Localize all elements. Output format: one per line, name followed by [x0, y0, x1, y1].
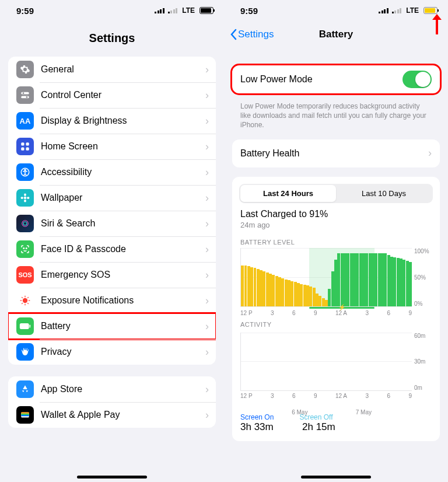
settings-row-emergency-sos[interactable]: SOS Emergency SOS ›: [8, 262, 216, 288]
svg-line-27: [27, 297, 29, 298]
settings-row-accessibility[interactable]: Accessibility ›: [8, 159, 216, 185]
row-label: Home Screen: [41, 141, 205, 152]
row-label: Emergency SOS: [41, 270, 205, 280]
svg-rect-1: [21, 96, 29, 99]
signal-bars-icon: [379, 8, 388, 13]
battery-icon: [16, 317, 34, 335]
svg-rect-6: [21, 148, 24, 151]
svg-rect-31: [21, 413, 29, 414]
chevron-right-icon: ›: [205, 295, 209, 307]
home-indicator[interactable]: [301, 476, 371, 478]
row-label: Siri & Search: [41, 218, 205, 229]
row-label: Privacy: [41, 347, 205, 357]
settings-group-1: General › Control Center › AA Display & …: [8, 57, 216, 365]
home-indicator[interactable]: [77, 476, 147, 478]
status-time: 9:59: [16, 6, 34, 16]
svg-rect-4: [21, 142, 24, 145]
svg-line-26: [22, 303, 23, 304]
switches-icon: [16, 86, 34, 104]
last-charged-title: Last Charged to 91%: [240, 209, 432, 219]
settings-row-exposure[interactable]: Exposure Notifications ›: [8, 288, 216, 313]
activity-chart: 60m 30m 0m 12 P36912 A369 6 May7 May: [240, 333, 432, 407]
row-label: App Store: [41, 384, 205, 394]
siri-icon: [16, 215, 34, 232]
sos-icon: SOS: [16, 266, 34, 284]
low-power-footer: Low Power Mode temporarily reduces backg…: [224, 99, 448, 139]
battery-health-row[interactable]: Battery Health ›: [232, 139, 440, 167]
back-label: Settings: [238, 29, 274, 40]
settings-row-siri[interactable]: Siri & Search ›: [8, 211, 216, 236]
row-label: Wallet & Apple Pay: [41, 410, 205, 420]
signal-bars-secondary-icon: [168, 8, 178, 13]
battery-status-icon: [424, 7, 438, 14]
tab-24h[interactable]: Last 24 Hours: [240, 185, 336, 202]
row-label: Exposure Notifications: [41, 295, 205, 306]
signal-bars-secondary-icon: [392, 8, 402, 13]
screen-on-value: 3h 33m: [240, 421, 279, 433]
low-power-mode-row[interactable]: Low Power Mode: [232, 65, 440, 93]
chevron-right-icon: ›: [205, 346, 209, 358]
tab-10d[interactable]: Last 10 Days: [336, 185, 432, 202]
accessibility-icon: [16, 163, 34, 181]
chevron-right-icon: ›: [205, 409, 209, 421]
chevron-right-icon: ›: [205, 115, 209, 127]
chevron-right-icon: ›: [205, 89, 209, 102]
svg-point-19: [23, 298, 27, 303]
svg-point-12: [24, 200, 26, 202]
settings-row-wallet[interactable]: Wallet & Apple Pay ›: [8, 402, 216, 428]
settings-row-face-id[interactable]: Face ID & Passcode ›: [8, 236, 216, 262]
svg-point-9: [24, 169, 26, 170]
section-battery-level: BATTERY LEVEL: [232, 234, 440, 248]
chevron-right-icon: ›: [428, 147, 432, 159]
signal-bars-icon: [155, 8, 164, 13]
chevron-right-icon: ›: [205, 269, 209, 281]
battery-level-chart: ⚡ 100% 50% 0% 12 P36912 A369: [240, 248, 432, 315]
chevron-right-icon: ›: [205, 383, 209, 396]
svg-point-17: [23, 248, 24, 249]
svg-point-14: [27, 197, 30, 199]
flower-icon: [16, 189, 34, 207]
battery-health-label: Battery Health: [240, 148, 299, 159]
row-label: General: [41, 64, 205, 75]
row-label: Accessibility: [41, 167, 205, 177]
low-power-toggle[interactable]: [402, 71, 432, 88]
settings-row-app-store[interactable]: App Store ›: [8, 376, 216, 402]
battery-content[interactable]: Low Power Mode Low Power Mode temporaril…: [224, 48, 448, 482]
settings-row-privacy[interactable]: Privacy ›: [8, 339, 216, 365]
chevron-right-icon: ›: [205, 218, 209, 230]
text-size-icon: AA: [16, 112, 34, 130]
svg-point-15: [22, 221, 29, 227]
status-bar: 9:59 LTE: [0, 0, 224, 21]
row-label: Face ID & Passcode: [41, 244, 205, 254]
svg-point-11: [24, 194, 26, 197]
chevron-right-icon: ›: [205, 192, 209, 204]
svg-point-3: [26, 96, 28, 98]
settings-row-wallpaper[interactable]: Wallpaper ›: [8, 185, 216, 211]
settings-row-control-center[interactable]: Control Center ›: [8, 82, 216, 108]
back-button[interactable]: Settings: [230, 29, 274, 40]
svg-line-24: [22, 297, 23, 298]
svg-rect-0: [21, 92, 29, 95]
time-range-segmented[interactable]: Last 24 Hours Last 10 Days: [239, 184, 433, 203]
settings-list[interactable]: General › Control Center › AA Display & …: [0, 57, 224, 482]
chevron-right-icon: ›: [205, 141, 209, 153]
last-charged-sub: 24m ago: [240, 221, 432, 229]
settings-row-battery[interactable]: Battery ›: [8, 313, 216, 339]
chevron-right-icon: ›: [205, 166, 209, 179]
grid-icon: [16, 138, 34, 155]
svg-point-2: [23, 92, 24, 94]
settings-row-home-screen[interactable]: Home Screen ›: [8, 134, 216, 159]
wallet-icon: [16, 406, 34, 424]
battery-status-icon: [200, 7, 214, 14]
row-label: Control Center: [41, 90, 205, 100]
lte-label: LTE: [406, 6, 419, 15]
status-right: LTE: [155, 6, 214, 15]
usage-card: Last 24 Hours Last 10 Days Last Charged …: [232, 177, 440, 441]
settings-row-display[interactable]: AA Display & Brightness ›: [8, 108, 216, 134]
battery-screen: 9:59 LTE Settings Battery Low Power Mode…: [224, 0, 448, 482]
settings-row-general[interactable]: General ›: [8, 57, 216, 82]
exposure-icon: [16, 292, 34, 309]
svg-line-25: [27, 303, 29, 304]
chevron-right-icon: ›: [205, 64, 209, 76]
status-bar: 9:59 LTE: [224, 0, 448, 21]
